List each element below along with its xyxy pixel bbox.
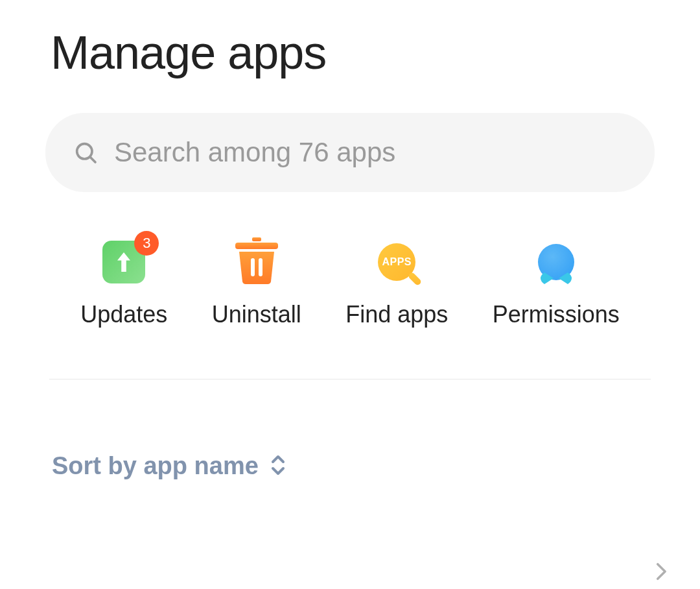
- search-input[interactable]: [114, 137, 627, 168]
- svg-rect-2: [252, 237, 261, 241]
- uninstall-label: Uninstall: [212, 301, 301, 328]
- trash-icon: [234, 237, 279, 287]
- page-title: Manage apps: [51, 26, 655, 79]
- action-row: 3 Updates: [45, 239, 655, 328]
- permissions-button[interactable]: Permissions: [493, 239, 620, 328]
- sort-label: Sort by app name: [52, 452, 259, 480]
- uninstall-button[interactable]: Uninstall: [212, 239, 301, 328]
- svg-rect-5: [259, 258, 262, 276]
- svg-rect-3: [235, 243, 278, 249]
- permissions-icon: [538, 244, 574, 280]
- permissions-label: Permissions: [493, 301, 620, 328]
- updates-label: Updates: [80, 301, 167, 328]
- updates-button[interactable]: 3 Updates: [80, 239, 167, 328]
- svg-rect-4: [251, 258, 255, 276]
- findapps-icon: APPS: [378, 243, 415, 281]
- search-icon: [73, 139, 99, 165]
- svg-line-1: [90, 157, 95, 162]
- sort-selector[interactable]: Sort by app name: [45, 379, 655, 480]
- chevron-right-icon[interactable]: [649, 560, 671, 585]
- findapps-button[interactable]: APPS Find apps: [345, 239, 448, 328]
- updates-badge: 3: [134, 231, 159, 256]
- findapps-label: Find apps: [345, 301, 448, 328]
- search-bar[interactable]: [45, 113, 655, 192]
- findapps-icon-text: APPS: [382, 256, 412, 268]
- sort-updown-icon: [269, 454, 287, 479]
